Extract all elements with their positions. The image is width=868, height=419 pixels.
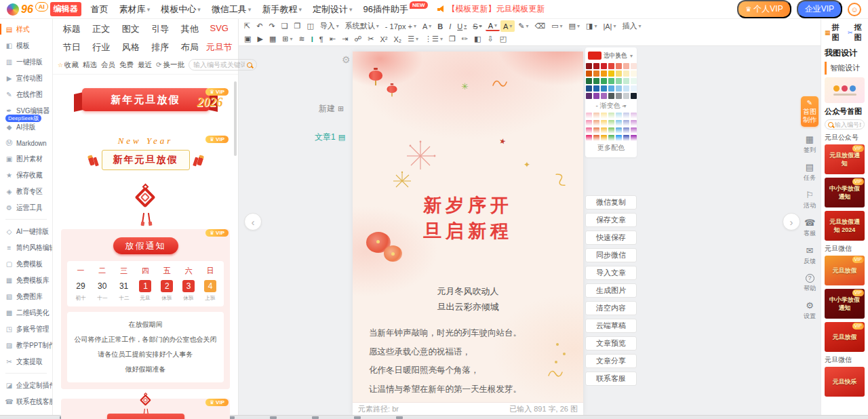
toolbar-button[interactable]: ❏	[279, 20, 291, 32]
action-button[interactable]: 文章分享	[585, 354, 637, 368]
color-swatch[interactable]	[623, 85, 629, 92]
template-scrollbar[interactable]	[234, 81, 237, 156]
sidebar-item[interactable]: ▢免费模板	[0, 256, 52, 272]
sidebar-item[interactable]: ▣图片素材	[0, 151, 52, 167]
taskbar-icon[interactable]	[354, 416, 361, 419]
design-tab[interactable]: 我图设计	[825, 46, 865, 61]
gear-icon[interactable]: ⚙	[342, 54, 351, 65]
template-tab[interactable]: 风格	[116, 39, 146, 56]
article-paragraph[interactable]: 化作冬日暖阳照亮每个角落，	[369, 361, 571, 380]
toolbar-button[interactable]: ⇤	[327, 33, 338, 45]
color-swatch[interactable]	[586, 93, 592, 99]
view-all-button[interactable]: 查看全部素材	[107, 414, 184, 419]
color-swatch[interactable]	[623, 93, 629, 99]
sidebar-item[interactable]: ◆AI排版DeepSeek版	[0, 119, 52, 135]
template-thumbnail[interactable]: VIP中小学放假通知	[825, 289, 865, 319]
toolbar-button[interactable]: I	[309, 33, 316, 45]
color-swatch[interactable]	[601, 63, 607, 69]
toolbar-button[interactable]: 导入▾	[317, 20, 342, 32]
toolbar-button[interactable]: A▾	[486, 21, 500, 31]
color-swatch[interactable]	[631, 71, 637, 77]
color-swatch[interactable]	[631, 85, 637, 92]
taskbar-icon[interactable]	[396, 416, 403, 419]
strip-item[interactable]: ☎客服	[804, 218, 816, 238]
rp-tab[interactable]: ▦拼图	[825, 22, 842, 43]
nav-menu-item[interactable]: 模板中心▾	[161, 3, 201, 16]
toolbar-button[interactable]: 插入▾	[619, 20, 644, 32]
action-button[interactable]: 同步微信	[585, 248, 637, 262]
color-swatch[interactable]	[608, 78, 614, 84]
gradient-label[interactable]: - 渐变色 - ▾	[588, 101, 634, 111]
gradient-swatch[interactable]	[586, 113, 592, 119]
template-thumbnail[interactable]: VIP元旦放假通知	[825, 144, 865, 174]
sidebar-item[interactable]: ◈教育专区	[0, 183, 52, 199]
toolbar-button[interactable]: ⋮☰▾	[422, 33, 446, 45]
action-button[interactable]: 文章预览	[585, 336, 637, 351]
color-swatch[interactable]	[623, 71, 629, 77]
sidebar-item[interactable]: ▨教学PPT制作	[0, 337, 52, 353]
cover-maker-button[interactable]: ✎ 首图制作	[801, 96, 818, 127]
toolbar-button[interactable]: ⇥	[339, 33, 351, 45]
gradient-swatch[interactable]	[631, 135, 637, 141]
toolbar-button[interactable]: ◫	[304, 20, 316, 32]
personal-vip-button[interactable]: ♛个人VIP	[737, 0, 791, 18]
sidebar-item[interactable]: ▧免费图库	[0, 288, 52, 304]
template-tab[interactable]: 标题	[57, 21, 87, 37]
color-swatch[interactable]	[623, 63, 629, 69]
template-tab[interactable]: 图文	[116, 21, 146, 37]
toolbar-button[interactable]: I	[446, 20, 454, 32]
nav-menu-item[interactable]: 素材库▾	[119, 3, 151, 16]
gradient-swatch[interactable]	[586, 127, 592, 134]
nav-menu-item[interactable]: 微信工具▾	[212, 3, 252, 16]
gradient-swatch[interactable]	[586, 120, 592, 126]
color-swatch[interactable]	[601, 93, 607, 99]
toolbar-button[interactable]: ◨▾	[583, 20, 599, 32]
selected-color-row[interactable]: 选中换色 ▾	[588, 51, 634, 60]
color-swatch[interactable]	[608, 71, 614, 77]
toolbar-button[interactable]: X₂	[391, 33, 405, 45]
color-swatch[interactable]	[631, 78, 637, 84]
template-tab[interactable]: 引导	[146, 21, 176, 37]
toolbar-button[interactable]: ☍	[351, 33, 364, 45]
strip-item[interactable]: ⚙设置	[804, 301, 816, 321]
color-swatch[interactable]	[586, 63, 592, 69]
template-tab[interactable]: 正文	[87, 21, 117, 37]
gradient-swatch[interactable]	[601, 113, 607, 119]
sidebar-item[interactable]: ★保存收藏	[0, 167, 52, 183]
template-tab[interactable]: 行业	[87, 39, 117, 56]
toolbar-button[interactable]: ▤▾	[566, 20, 583, 32]
color-swatch[interactable]	[593, 71, 599, 77]
gradient-swatch[interactable]	[593, 135, 599, 141]
color-swatch[interactable]	[601, 71, 607, 77]
template-tab[interactable]: 节日	[57, 39, 87, 56]
gradient-swatch[interactable]	[631, 120, 637, 126]
article-document-tab[interactable]: 文章1 ▤	[315, 132, 345, 143]
gradient-swatch[interactable]	[601, 120, 607, 126]
smart-design-item[interactable]: 智能设计	[825, 62, 865, 75]
sidebar-item[interactable]: ✂文案提取	[0, 353, 52, 370]
sidebar-item[interactable]: ◳多账号管理	[0, 321, 52, 337]
rp-search-input[interactable]	[835, 121, 861, 128]
sidebar-item[interactable]: ▦免费模板库	[0, 272, 52, 288]
template-card-banner[interactable]: VIP 新年元旦放假 2026	[61, 88, 230, 127]
promo-graphic[interactable]	[825, 77, 865, 103]
template-thumbnail[interactable]: VIP中小学放假通知	[825, 178, 865, 207]
template-thumbnail[interactable]: VIP元旦放假	[825, 322, 865, 352]
article-paragraph[interactable]: 让温情与希望在新年的第一天生根发芽。	[369, 380, 571, 399]
article-page[interactable]: ✳ ★ ✦ 新岁序开 旦启新程 元月冬风吹动人 旦出云彩亦倾城	[353, 52, 583, 415]
sidebar-item[interactable]: ◇AI一键排版	[0, 223, 52, 239]
template-thumbnail[interactable]: 元旦放假通知 2024	[825, 211, 865, 241]
taskbar-icon[interactable]	[312, 416, 319, 419]
toolbar-button[interactable]: ◧	[471, 33, 484, 45]
toolbar-button[interactable]: - 17px +▾	[382, 20, 419, 32]
template-tab[interactable]: 元旦节	[205, 39, 235, 56]
toolbar-button[interactable]: ▣	[241, 33, 254, 45]
new-document-tab[interactable]: 新建 ⊞	[319, 103, 344, 115]
color-swatch[interactable]	[616, 71, 622, 77]
gradient-swatch[interactable]	[586, 135, 592, 141]
strip-item[interactable]: ▤任务	[804, 163, 816, 182]
action-button[interactable]: 生成图片	[585, 283, 637, 298]
nav-menu-item[interactable]: 首页	[91, 3, 108, 16]
toolbar-button[interactable]: |A|▾	[600, 20, 618, 32]
taskbar-icon[interactable]	[270, 416, 277, 419]
